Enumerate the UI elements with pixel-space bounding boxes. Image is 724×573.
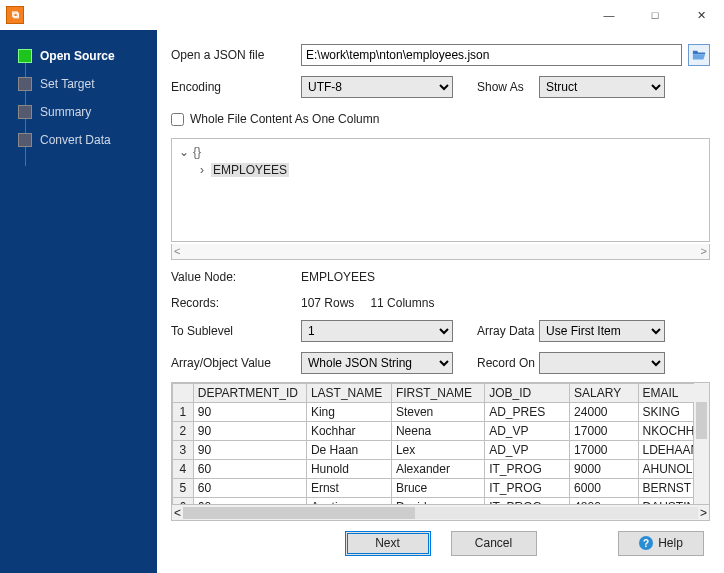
step-label: Open Source [40, 49, 115, 63]
row-header[interactable] [173, 383, 194, 402]
cell[interactable]: Lex [391, 440, 484, 459]
row-number[interactable]: 6 [173, 497, 194, 505]
row-number[interactable]: 3 [173, 440, 194, 459]
folder-open-icon [692, 48, 706, 62]
column-header[interactable]: LAST_NAME [306, 383, 391, 402]
step-label: Summary [40, 105, 91, 119]
sublevel-select[interactable]: 1 [301, 320, 453, 342]
row-number[interactable]: 4 [173, 459, 194, 478]
aov-label: Array/Object Value [171, 356, 301, 370]
cell[interactable]: Alexander [391, 459, 484, 478]
value-node-value: EMPLOYEES [301, 270, 375, 284]
cell[interactable]: David [391, 497, 484, 505]
wizard-sidebar: Open Source Set Target Summary Convert D… [0, 30, 157, 573]
cell[interactable]: AD_VP [485, 440, 570, 459]
step-set-target[interactable]: Set Target [0, 70, 157, 98]
cell[interactable]: 90 [193, 440, 306, 459]
minimize-button[interactable]: — [586, 0, 632, 30]
array-data-select[interactable]: Use First Item [539, 320, 665, 342]
encoding-select[interactable]: UTF-8 [301, 76, 453, 98]
cell[interactable]: AD_VP [485, 421, 570, 440]
cell[interactable]: Bruce [391, 478, 484, 497]
cell[interactable]: 24000 [570, 402, 638, 421]
json-tree[interactable]: ⌄ {} › EMPLOYEES [171, 138, 710, 242]
column-header[interactable]: FIRST_NAME [391, 383, 484, 402]
column-header[interactable]: DEPARTMENT_ID [193, 383, 306, 402]
cell[interactable]: 17000 [570, 421, 638, 440]
cell[interactable]: 60 [193, 497, 306, 505]
column-header[interactable]: JOB_ID [485, 383, 570, 402]
cell[interactable]: 90 [193, 421, 306, 440]
cell[interactable]: 60 [193, 459, 306, 478]
step-label: Set Target [40, 77, 94, 91]
cell[interactable]: 9000 [570, 459, 638, 478]
window-buttons: — □ ✕ [586, 0, 724, 30]
next-button[interactable]: Next [345, 531, 431, 556]
help-icon: ? [639, 536, 653, 550]
cell[interactable]: Ernst [306, 478, 391, 497]
show-as-label: Show As [453, 80, 539, 94]
step-summary[interactable]: Summary [0, 98, 157, 126]
column-header[interactable]: EMAIL [638, 383, 709, 402]
row-number[interactable]: 5 [173, 478, 194, 497]
tree-employees-node[interactable]: EMPLOYEES [211, 163, 289, 177]
records-value: 107 Rows11 Columns [301, 296, 434, 310]
maximize-button[interactable]: □ [632, 0, 678, 30]
tree-collapse-icon[interactable]: ⌄ [178, 145, 190, 159]
scroll-right-icon[interactable]: > [700, 506, 707, 520]
step-convert-data[interactable]: Convert Data [0, 126, 157, 154]
row-number[interactable]: 1 [173, 402, 194, 421]
step-marker-icon [18, 77, 32, 91]
records-label: Records: [171, 296, 301, 310]
whole-file-checkbox[interactable] [171, 113, 184, 126]
cell[interactable]: IT_PROG [485, 478, 570, 497]
column-header[interactable]: SALARY [570, 383, 638, 402]
cell[interactable]: IT_PROG [485, 459, 570, 478]
encoding-label: Encoding [171, 80, 301, 94]
horizontal-scrollbar[interactable]: < > [171, 505, 710, 521]
cell[interactable]: 6000 [570, 478, 638, 497]
cell[interactable]: Austin [306, 497, 391, 505]
button-bar: Next Cancel ? Help [171, 521, 710, 565]
cell[interactable]: Steven [391, 402, 484, 421]
tree-root-node[interactable]: {} [193, 145, 201, 159]
cell[interactable]: Neena [391, 421, 484, 440]
help-button[interactable]: ? Help [618, 531, 704, 556]
cell[interactable]: Hunold [306, 459, 391, 478]
sublevel-label: To Sublevel [171, 324, 301, 338]
cancel-button[interactable]: Cancel [451, 531, 537, 556]
preview-grid[interactable]: DEPARTMENT_IDLAST_NAMEFIRST_NAMEJOB_IDSA… [171, 382, 710, 506]
array-data-label: Array Data [453, 324, 539, 338]
scroll-left-icon[interactable]: < [174, 506, 181, 520]
close-button[interactable]: ✕ [678, 0, 724, 30]
cell[interactable]: IT_PROG [485, 497, 570, 505]
show-as-select[interactable]: Struct [539, 76, 665, 98]
app-icon: ⧉ [6, 6, 24, 24]
file-path-input[interactable] [301, 44, 682, 66]
cell[interactable]: 90 [193, 402, 306, 421]
cell[interactable]: Kochhar [306, 421, 391, 440]
step-marker-icon [18, 133, 32, 147]
aov-select[interactable]: Whole JSON String [301, 352, 453, 374]
cell[interactable]: 60 [193, 478, 306, 497]
step-open-source[interactable]: Open Source [0, 42, 157, 70]
tree-expand-icon[interactable]: › [196, 163, 208, 177]
step-label: Convert Data [40, 133, 111, 147]
title-bar: ⧉ — □ ✕ [0, 0, 724, 30]
browse-button[interactable] [688, 44, 710, 66]
cell[interactable]: De Haan [306, 440, 391, 459]
value-node-label: Value Node: [171, 270, 301, 284]
step-marker-icon [18, 105, 32, 119]
tree-scrollbar[interactable]: <> [171, 244, 710, 260]
cell[interactable]: 4800 [570, 497, 638, 505]
content-panel: Open a JSON file Encoding UTF-8 Show As … [157, 30, 724, 573]
row-number[interactable]: 2 [173, 421, 194, 440]
step-marker-icon [18, 49, 32, 63]
cell[interactable]: 17000 [570, 440, 638, 459]
cell[interactable]: King [306, 402, 391, 421]
cell[interactable]: AD_PRES [485, 402, 570, 421]
open-file-label: Open a JSON file [171, 48, 301, 62]
record-on-label: Record On [453, 356, 539, 370]
record-on-select[interactable] [539, 352, 665, 374]
whole-file-label: Whole File Content As One Column [190, 112, 379, 126]
